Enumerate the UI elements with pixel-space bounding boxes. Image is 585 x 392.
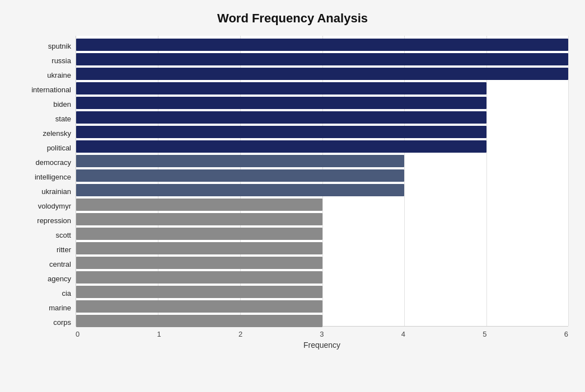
y-label: agency [48, 271, 71, 286]
y-label: central [49, 257, 71, 271]
bar-row [76, 228, 568, 240]
y-label: political [47, 140, 71, 155]
bar [76, 257, 322, 269]
bar-row [76, 184, 568, 196]
bar-row [76, 286, 568, 298]
bar-row [76, 140, 568, 153]
y-label: biden [53, 97, 71, 111]
bar [76, 242, 322, 254]
bar [76, 300, 322, 313]
x-tick: 0 [76, 330, 79, 338]
y-label: cia [62, 286, 71, 300]
y-label: corps [53, 315, 71, 329]
bar [76, 111, 486, 124]
y-label: state [55, 111, 71, 126]
bar [76, 97, 486, 109]
bar-row [76, 68, 568, 80]
x-tick: 6 [564, 330, 568, 338]
bar-row [76, 257, 568, 269]
chart-area: sputnikrussiaukraineinternationalbidenst… [17, 36, 568, 350]
bar [76, 228, 322, 240]
bar-row [76, 169, 568, 182]
bar-row [76, 213, 568, 225]
x-tick: 3 [320, 330, 324, 338]
bar [76, 199, 322, 211]
bar [76, 126, 486, 138]
bar-row [76, 242, 568, 254]
bar-row [76, 53, 568, 65]
y-label: repression [37, 213, 71, 228]
x-tick: 1 [157, 330, 161, 338]
x-tick: 5 [483, 330, 486, 338]
y-label: sputnik [48, 39, 71, 53]
y-axis-labels: sputnikrussiaukraineinternationalbidenst… [17, 36, 76, 332]
bar [76, 68, 568, 80]
bar [76, 286, 322, 298]
bar [76, 53, 568, 65]
bar-row [76, 315, 568, 327]
bar [76, 213, 322, 225]
bar-row [76, 82, 568, 95]
bar [76, 271, 322, 284]
bar-row [76, 97, 568, 109]
bar-row [76, 271, 568, 284]
chart-title: Word Frequency Analysis [17, 11, 568, 26]
chart-container: Word Frequency Analysis sputnikrussiaukr… [0, 0, 585, 392]
x-tick: 2 [238, 330, 242, 338]
bar [76, 140, 486, 153]
bar-row [76, 39, 568, 51]
bar-row [76, 300, 568, 313]
bar-row [76, 111, 568, 124]
y-label: international [31, 82, 71, 97]
bars-wrapper [76, 36, 568, 327]
x-tick: 4 [401, 330, 405, 338]
y-label: scott [56, 228, 71, 242]
y-label: ukrainian [41, 184, 71, 199]
bar [76, 315, 322, 327]
bar-row [76, 126, 568, 138]
x-axis: 0123456 [76, 327, 568, 338]
y-label: intelligence [35, 169, 71, 184]
y-label: volodymyr [38, 199, 71, 213]
bar [76, 169, 404, 182]
x-axis-label: Frequency [76, 341, 568, 350]
bar [76, 82, 486, 95]
plot-area: 0123456 Frequency [76, 36, 568, 350]
y-label: ukraine [47, 68, 71, 82]
y-label: democracy [35, 155, 71, 169]
y-label: marine [49, 300, 71, 315]
y-label: zelensky [43, 126, 71, 140]
bar-row [76, 155, 568, 167]
bar [76, 155, 404, 167]
grid-line [568, 36, 569, 326]
bar [76, 39, 568, 51]
y-label: russia [52, 53, 71, 68]
bar [76, 184, 404, 196]
bar-row [76, 199, 568, 211]
y-label: ritter [57, 242, 71, 257]
